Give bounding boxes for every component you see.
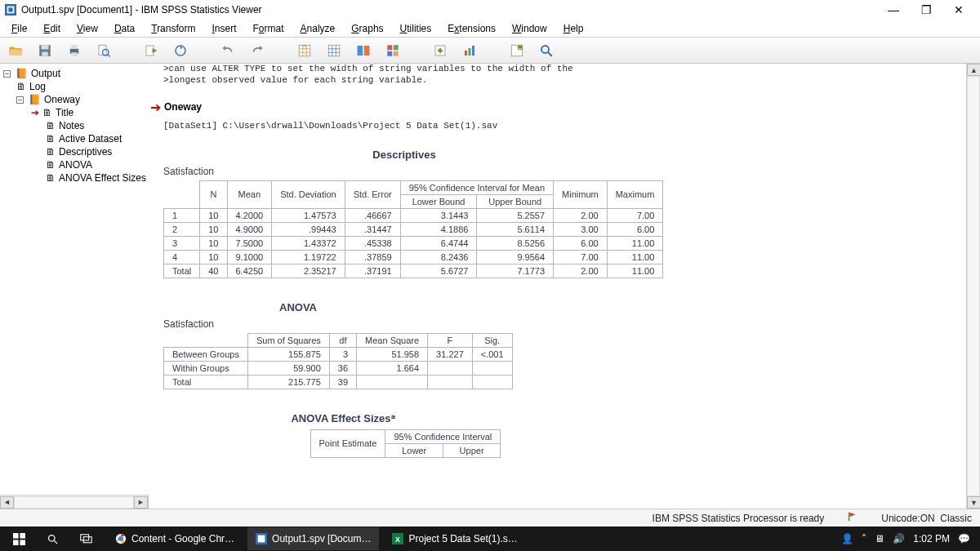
svg-rect-2 — [8, 7, 12, 11]
menu-edit[interactable]: Edit — [35, 21, 69, 36]
search-icon[interactable] — [536, 40, 557, 61]
content-vscrollbar[interactable]: ▲ ▼ — [966, 64, 980, 509]
insert-icon[interactable] — [430, 40, 451, 61]
tree-title[interactable]: ➔ 🗎 Title — [2, 106, 147, 119]
menu-analyze[interactable]: Analyze — [292, 21, 344, 36]
people-icon[interactable]: 👤 — [841, 533, 853, 544]
export-icon[interactable] — [140, 40, 162, 61]
preview-icon[interactable] — [93, 40, 114, 61]
svg-rect-19 — [394, 45, 399, 50]
svg-rect-5 — [42, 51, 48, 56]
select-icon[interactable] — [382, 40, 403, 61]
mode-status: Classic — [940, 513, 972, 524]
effect-sizes-title: ANOVA Effect Sizesᵃ — [163, 412, 523, 424]
dataset-path: [DataSet1] C:\Users\drwall\Downloads\Pro… — [163, 121, 972, 131]
taskbar-search-icon[interactable] — [38, 527, 67, 550]
scroll-right-icon[interactable]: ► — [134, 496, 148, 509]
collapse-icon[interactable]: − — [3, 70, 11, 78]
descriptives-title: Descriptives — [163, 149, 645, 161]
descriptives-table: N Mean Std. Deviation Std. Error 95% Con… — [163, 180, 663, 278]
table-icon: 🗎 — [46, 172, 56, 184]
menu-file[interactable]: File — [3, 21, 35, 36]
outline-pane[interactable]: − 📙 Output 🗎 Log − 📙 Oneway ➔ 🗎 Title 🗎 … — [0, 64, 149, 495]
close-button[interactable]: ✕ — [942, 0, 975, 20]
table-row: Between Groups155.875351.95831.227<.001 — [164, 347, 513, 361]
designate-window-icon[interactable]: + — [506, 40, 528, 61]
table-icon: 🗎 — [46, 159, 56, 171]
task-view-icon[interactable] — [72, 527, 102, 550]
table-row: 1104.20001.47573.466673.14435.25572.007.… — [164, 208, 663, 222]
tree-oneway[interactable]: − 📙 Oneway — [2, 93, 147, 106]
table-row: 3107.50001.43372.453386.47448.52566.0011… — [164, 236, 663, 250]
tray-chevron-icon[interactable]: ˄ — [862, 533, 866, 544]
recall-icon[interactable] — [170, 40, 191, 61]
menu-utilities[interactable]: Utilities — [392, 21, 440, 36]
minimize-button[interactable]: — — [877, 0, 910, 20]
table-row: 2104.9000.99443.314474.18865.61143.006.0… — [164, 222, 663, 236]
svg-rect-38 — [83, 536, 91, 542]
svg-rect-25 — [472, 46, 474, 56]
tree-output[interactable]: − 📙 Output — [2, 67, 147, 80]
clock[interactable]: 1:02 PM — [913, 533, 950, 544]
svg-line-11 — [108, 54, 110, 56]
tree-log[interactable]: 🗎 Log — [2, 80, 147, 93]
folder-icon: 📙 — [16, 68, 28, 79]
menu-window[interactable]: Window — [504, 21, 555, 36]
menu-format[interactable]: Format — [245, 21, 292, 36]
print-icon[interactable] — [64, 40, 85, 61]
variables-icon[interactable] — [353, 40, 374, 61]
notifications-icon[interactable]: 💬 — [958, 533, 970, 544]
svg-rect-8 — [71, 52, 78, 56]
svg-rect-21 — [394, 51, 399, 56]
menu-help[interactable]: Help — [555, 21, 592, 36]
table-row: Total215.77539 — [164, 375, 513, 389]
volume-icon[interactable]: 🔊 — [893, 533, 905, 544]
toolbar: + — [0, 38, 980, 64]
goto-data-icon[interactable] — [294, 40, 315, 61]
tree-notes[interactable]: 🗎 Notes — [2, 119, 147, 132]
effect-sizes-table: Point Estimate 95% Confidence Interval L… — [163, 429, 501, 458]
taskbar-chrome[interactable]: Content - Google Chr… — [107, 527, 243, 550]
output-content[interactable]: >can use ALTER TYPE to set the width of … — [149, 64, 980, 509]
tree-active-dataset[interactable]: 🗎 Active Dataset — [2, 132, 147, 145]
log-icon: 🗎 — [16, 81, 26, 92]
svg-line-30 — [548, 52, 552, 56]
menu-graphs[interactable]: Graphs — [343, 21, 391, 36]
scroll-left-icon[interactable]: ◄ — [0, 496, 14, 509]
window-title: Output1.spv [Document1] - IBM SPSS Stati… — [21, 4, 877, 16]
maximize-button[interactable]: ❐ — [910, 0, 942, 20]
menu-extensions[interactable]: Extensions — [439, 21, 504, 36]
menu-transform[interactable]: Transform — [143, 21, 203, 36]
table-row: 4109.10001.19722.378598.24369.95647.0011… — [164, 250, 663, 264]
dataset-icon: 🗎 — [46, 133, 56, 144]
svg-rect-34 — [20, 540, 25, 545]
taskbar-spss[interactable]: Output1.spv [Docum… — [247, 527, 379, 550]
save-icon[interactable] — [34, 40, 56, 61]
redo-icon[interactable] — [247, 40, 268, 61]
svg-point-35 — [49, 535, 56, 541]
menu-insert[interactable]: Insert — [203, 21, 244, 36]
menu-data[interactable]: Data — [106, 21, 143, 36]
svg-rect-33 — [13, 540, 19, 545]
tree-effect-sizes[interactable]: 🗎 ANOVA Effect Sizes — [2, 171, 147, 184]
anova-title: ANOVA — [163, 301, 433, 313]
unicode-status: Unicode:ON — [881, 513, 934, 524]
open-icon[interactable] — [5, 40, 26, 61]
collapse-icon[interactable]: − — [16, 96, 24, 104]
tree-anova[interactable]: 🗎 ANOVA — [2, 158, 147, 171]
display-icon[interactable]: 🖥 — [875, 533, 884, 544]
scroll-up-icon[interactable]: ▲ — [967, 64, 980, 76]
undo-icon[interactable] — [217, 40, 238, 61]
tree-descriptives[interactable]: 🗎 Descriptives — [2, 145, 147, 158]
outline-hscrollbar[interactable]: ◄ ► — [0, 495, 148, 509]
scroll-down-icon[interactable]: ▼ — [967, 496, 980, 509]
menu-view[interactable]: View — [69, 21, 106, 36]
start-button[interactable] — [5, 527, 33, 550]
svg-rect-20 — [387, 51, 392, 56]
title-icon: 🗎 — [42, 107, 52, 118]
svg-rect-37 — [81, 534, 89, 540]
goto-variable-icon[interactable] — [323, 40, 345, 61]
chart-icon[interactable] — [459, 40, 480, 61]
taskbar-excel[interactable]: X Project 5 Data Set(1).s… — [384, 527, 525, 550]
svg-rect-16 — [358, 46, 363, 56]
